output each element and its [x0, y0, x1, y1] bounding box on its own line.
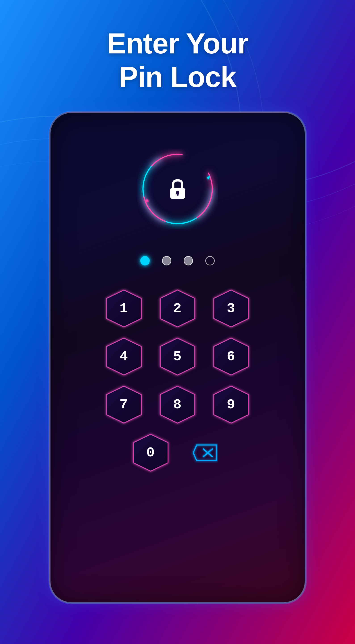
key-3-label: 3: [227, 300, 236, 316]
keypad-row-3: 7 8 9: [103, 384, 252, 425]
pin-dots: [140, 256, 215, 266]
key-4-button[interactable]: 4: [103, 336, 145, 377]
pin-dot-2: [162, 256, 171, 266]
phone-frame: 1 2 3 4: [49, 112, 306, 604]
key-1-label: 1: [119, 300, 128, 316]
key-9-label: 9: [227, 397, 236, 412]
key-2-button[interactable]: 2: [157, 288, 198, 329]
svg-rect-5: [176, 193, 179, 196]
lock-symbol: [165, 177, 190, 201]
pin-dot-4: [205, 256, 215, 266]
keypad-row-2: 4 5 6: [103, 336, 252, 377]
key-0-label: 0: [146, 445, 155, 461]
backspace-icon: [191, 443, 218, 463]
delete-button[interactable]: [184, 432, 225, 474]
key-1-button[interactable]: 1: [103, 288, 145, 329]
key-7-button[interactable]: 7: [103, 384, 145, 425]
key-2-label: 2: [173, 300, 182, 316]
title-area: Enter Your Pin Lock: [107, 27, 248, 94]
key-3-button[interactable]: 3: [210, 288, 252, 329]
key-5-button[interactable]: 5: [157, 336, 198, 377]
key-0-button[interactable]: 0: [130, 432, 171, 474]
key-6-button[interactable]: 6: [210, 336, 252, 377]
page-title: Enter Your Pin Lock: [107, 27, 248, 94]
key-4-label: 4: [119, 348, 128, 364]
pin-dot-1: [140, 256, 150, 266]
keypad-row-1: 1 2 3: [103, 288, 252, 329]
key-5-label: 5: [173, 348, 182, 364]
lock-circle-area: [137, 149, 218, 229]
lock-icon: [165, 177, 190, 201]
key-6-label: 6: [227, 348, 236, 364]
keypad-row-4: 0: [103, 432, 252, 474]
key-8-button[interactable]: 8: [157, 384, 198, 425]
keypad: 1 2 3 4: [103, 288, 252, 474]
key-7-label: 7: [119, 397, 128, 412]
key-9-button[interactable]: 9: [210, 384, 252, 425]
key-8-label: 8: [173, 397, 182, 412]
pin-dot-3: [184, 256, 193, 266]
